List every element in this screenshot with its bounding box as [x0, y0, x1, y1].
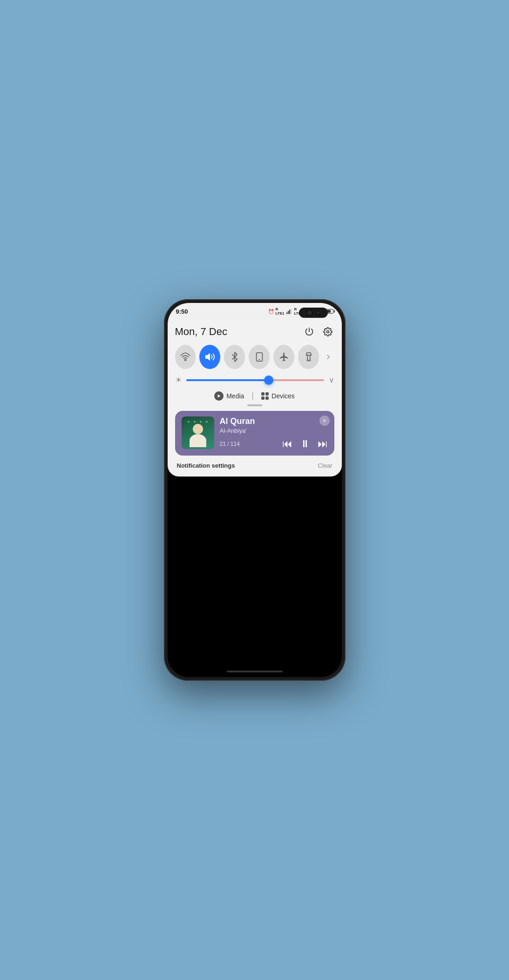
- quick-toggles: [175, 345, 334, 369]
- devices-label: Devices: [271, 392, 295, 400]
- person-figure: [190, 424, 206, 447]
- brightness-slider[interactable]: [186, 379, 324, 381]
- playback-controls: ⏮ ⏸ ⏭: [282, 438, 328, 450]
- grid-dot: [261, 396, 265, 400]
- grid-dot: [265, 392, 269, 396]
- notification-panel: Mon, 7 Dec: [168, 320, 342, 477]
- alarm-icon: ⏰: [268, 309, 274, 314]
- signal-bar: [289, 309, 290, 314]
- phone-screen: 9:50 ⏰ RLTE1 RLTE2 67%: [168, 303, 342, 677]
- album-art: ✦✦✦✦: [182, 416, 214, 449]
- notification-close-button[interactable]: ×: [319, 416, 330, 426]
- person-body: [190, 434, 206, 447]
- grid-dot: [265, 396, 269, 400]
- brightness-min-icon: ☀: [175, 376, 182, 384]
- media-label: Media: [226, 392, 244, 400]
- brightness-expand-icon[interactable]: ∨: [329, 376, 334, 384]
- toggle-more-button[interactable]: [323, 345, 334, 369]
- signal-bar: [288, 311, 289, 314]
- notification-controls: 21 / 114 ⏮ ⏸ ⏭: [220, 438, 328, 450]
- panel-date: Mon, 7 Dec: [175, 326, 228, 338]
- close-icon: ×: [323, 417, 326, 424]
- svg-line-8: [310, 360, 311, 361]
- panel-header: Mon, 7 Dec: [175, 325, 334, 338]
- notification-content: ✦✦✦✦ Al Quran: [182, 416, 328, 450]
- phone-device: 9:50 ⏰ RLTE1 RLTE2 67%: [164, 299, 346, 681]
- notification-card: × ✦✦✦✦: [175, 411, 334, 456]
- bluetooth-toggle[interactable]: [224, 345, 245, 369]
- prev-button[interactable]: ⏮: [282, 438, 292, 450]
- album-art-inner: ✦✦✦✦: [182, 416, 214, 449]
- svg-point-0: [326, 331, 329, 333]
- signal-bar: [286, 312, 287, 314]
- brightness-row: ☀ ∨: [175, 376, 334, 384]
- status-time: 9:50: [176, 308, 188, 315]
- notification-info: Al Quran Al-Anbiya' 21 / 114 ⏮ ⏸ ⏭: [220, 416, 328, 450]
- camera-cutout: [299, 308, 328, 318]
- airplane-toggle[interactable]: [273, 345, 294, 369]
- media-devices-row: Media | Devices: [175, 391, 334, 401]
- brightness-thumb: [264, 376, 273, 385]
- power-button[interactable]: [303, 325, 316, 338]
- devices-grid-icon: [261, 392, 269, 400]
- flashlight-toggle[interactable]: [298, 345, 319, 369]
- svg-rect-5: [307, 355, 310, 360]
- person-art: ✦✦✦✦: [184, 419, 212, 447]
- settings-button[interactable]: [321, 325, 334, 338]
- media-devices-divider: |: [251, 391, 254, 401]
- svg-point-1: [185, 359, 186, 361]
- signal-bar: [291, 309, 292, 314]
- next-button[interactable]: ⏭: [318, 438, 328, 450]
- svg-marker-9: [218, 394, 221, 397]
- sound-toggle[interactable]: [199, 345, 220, 369]
- wifi-toggle[interactable]: [175, 345, 196, 369]
- svg-marker-2: [206, 354, 210, 360]
- home-indicator[interactable]: [227, 671, 283, 672]
- camera-lens-secondary: [316, 310, 320, 315]
- stars: ✦✦✦✦: [186, 420, 210, 424]
- camera-lens-main: [306, 309, 313, 316]
- pause-button[interactable]: ⏸: [300, 438, 310, 450]
- media-play-icon: [214, 391, 224, 401]
- notification-footer: Notification settings Clear: [175, 459, 334, 469]
- signal-bars-1: [286, 309, 292, 314]
- rotation-toggle[interactable]: [249, 345, 270, 369]
- media-button[interactable]: Media: [214, 391, 244, 401]
- devices-button[interactable]: Devices: [261, 392, 295, 400]
- notification-subtitle: Al-Anbiya': [220, 427, 328, 434]
- notification-settings-button[interactable]: Notification settings: [177, 462, 235, 469]
- grid-dot: [261, 392, 265, 396]
- person-head: [193, 424, 203, 434]
- drag-handle[interactable]: [247, 404, 262, 406]
- notification-clear-button[interactable]: Clear: [318, 462, 332, 469]
- track-info: 21 / 114: [220, 441, 240, 447]
- svg-line-7: [307, 360, 307, 361]
- panel-header-icons: [303, 325, 334, 338]
- lte1-label: RLTE1: [276, 307, 285, 315]
- notification-title: Al Quran: [220, 416, 328, 426]
